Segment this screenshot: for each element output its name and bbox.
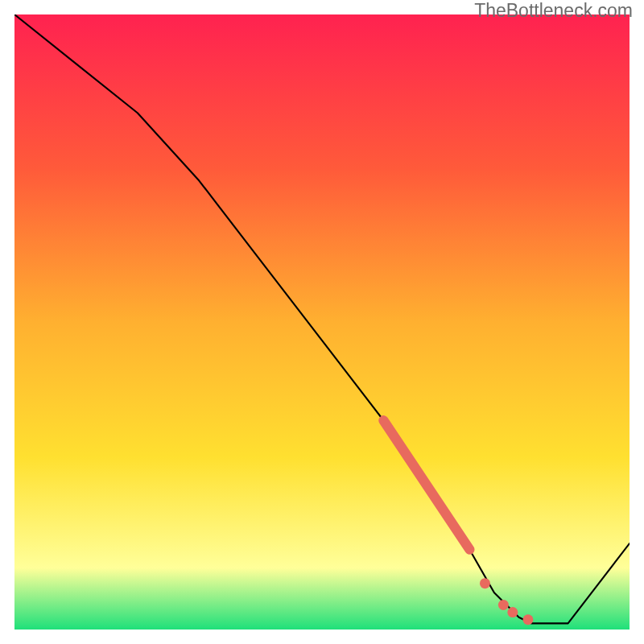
highlight-segment [383, 420, 469, 549]
highlight-dots [480, 578, 533, 625]
bottleneck-curve [14, 14, 630, 623]
plot-area [14, 14, 630, 630]
highlight-dot [507, 607, 518, 617]
highlight-dot [498, 600, 509, 610]
chart-container: TheBottleneck.com [0, 0, 644, 644]
highlight-dot [480, 578, 490, 588]
watermark-text: TheBottleneck.com [474, 0, 633, 22]
highlight-dot [522, 614, 533, 625]
curve-layer [14, 14, 630, 630]
